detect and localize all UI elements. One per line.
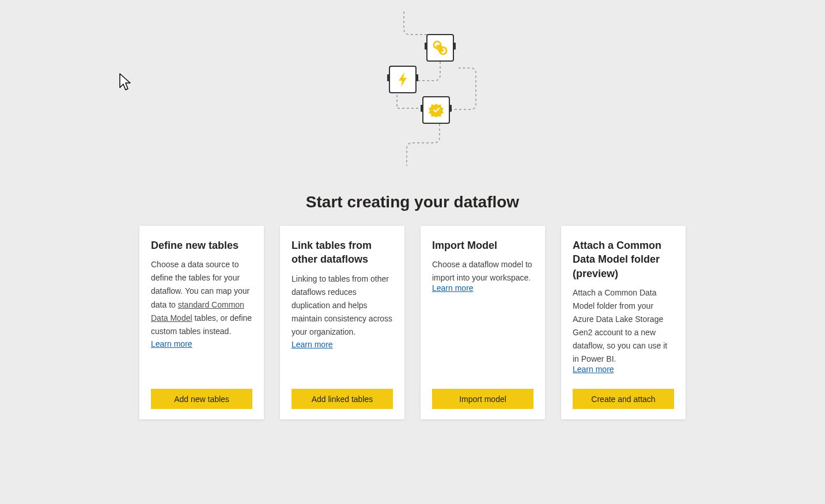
card-title: Attach a Common Data Model folder (previ… xyxy=(573,238,674,281)
card-title: Import Model xyxy=(432,238,533,252)
import-model-button[interactable]: Import model xyxy=(432,389,533,409)
page-title: Start creating your dataflow xyxy=(0,193,825,211)
cards-container: Define new tables Choose a data source t… xyxy=(139,226,686,419)
dataflow-hero-illustration xyxy=(297,12,528,173)
card-description: Attach a Common Data Model folder from y… xyxy=(573,286,674,366)
card-description: Choose a dataflow model to import into y… xyxy=(432,258,533,285)
card-description: Linking to tables from other dataflows r… xyxy=(292,272,393,339)
card-link-tables: Link tables from other dataflows Linking… xyxy=(280,226,404,419)
learn-more-link[interactable]: Learn more xyxy=(292,340,393,349)
learn-more-link[interactable]: Learn more xyxy=(151,339,252,348)
learn-more-link[interactable]: Learn more xyxy=(573,365,674,374)
card-title: Define new tables xyxy=(151,238,252,252)
card-title: Link tables from other dataflows xyxy=(292,238,393,267)
add-new-tables-button[interactable]: Add new tables xyxy=(151,389,252,409)
mouse-cursor-icon xyxy=(119,73,134,92)
card-define-new-tables: Define new tables Choose a data source t… xyxy=(139,226,264,419)
create-and-attach-button[interactable]: Create and attach xyxy=(573,389,674,409)
card-attach-cdm-folder: Attach a Common Data Model folder (previ… xyxy=(561,226,686,419)
add-linked-tables-button[interactable]: Add linked tables xyxy=(292,389,393,409)
card-description: Choose a data source to define the table… xyxy=(151,258,252,338)
learn-more-link[interactable]: Learn more xyxy=(432,283,533,293)
card-import-model: Import Model Choose a dataflow model to … xyxy=(421,226,545,419)
